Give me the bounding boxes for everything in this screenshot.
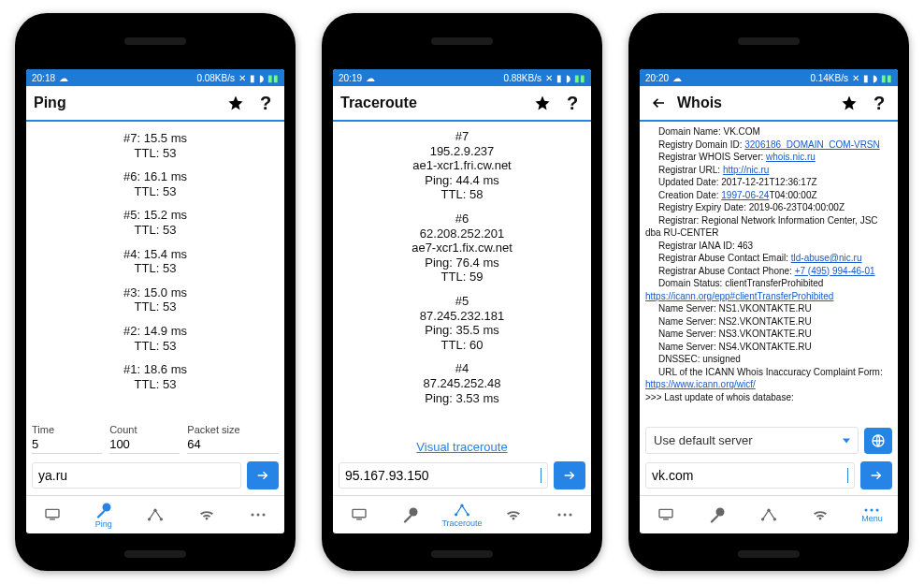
svg-rect-11 [356, 518, 362, 519]
ping-ttl: TTL: 53 [32, 223, 279, 238]
nav-wifi[interactable] [488, 508, 540, 521]
nav-wifi[interactable] [795, 508, 846, 521]
go-button[interactable] [554, 461, 585, 489]
host-input[interactable] [38, 467, 235, 484]
screen: 20:18 ☁ 0.08KB/s ✕ ▮ ◗ ▮▮ Ping ? #7: 15.… [26, 69, 284, 533]
svg-point-23 [715, 508, 724, 517]
packet-input[interactable] [187, 435, 279, 454]
ping-ttl: TTL: 53 [32, 299, 279, 314]
nav-label: Traceroute [441, 518, 482, 528]
ping-icon [709, 506, 726, 523]
nav-traceroute[interactable]: Traceroute [436, 503, 487, 528]
ping-row: #4: 15.4 ms TTL: 53 [32, 247, 279, 276]
help-button[interactable]: ? [561, 92, 584, 114]
hop-ping: Ping: 76.4 ms [339, 256, 585, 270]
svg-point-19 [570, 514, 572, 517]
ping-header: #3: 15.0 ms [32, 285, 279, 300]
nav-wifi[interactable] [181, 508, 233, 521]
whois-link[interactable]: whois.nic.ru [766, 152, 816, 162]
nav-ping[interactable]: Ping [78, 502, 129, 529]
more-icon [863, 507, 880, 513]
whois-link[interactable]: 3206186_DOMAIN_COM-VRSN [744, 139, 880, 150]
status-net-speed: 0.08KB/s [196, 73, 235, 83]
wifi-icon: ◗ [566, 73, 570, 83]
favorite-button[interactable] [838, 92, 860, 114]
ping-header: #6: 16.1 ms [32, 169, 279, 184]
question-icon: ? [873, 93, 885, 114]
server-select-value: Use default server [654, 433, 753, 447]
hop-host: ae7-xcr1.fix.cw.net [339, 241, 585, 256]
nav-menu[interactable]: Menu [846, 507, 898, 523]
arrow-left-icon [650, 95, 667, 111]
hop-ip: 62.208.252.201 [339, 226, 585, 241]
ping-ttl: TTL: 53 [32, 377, 279, 392]
favorite-button[interactable] [531, 92, 554, 114]
host-input[interactable] [652, 467, 846, 484]
star-icon [534, 95, 551, 111]
globe-button[interactable] [864, 428, 892, 454]
nav-ping[interactable] [384, 506, 436, 523]
ping-icon [95, 502, 112, 518]
nav-lan[interactable] [333, 508, 384, 521]
whois-link[interactable]: tld-abuse@nic.ru [791, 253, 862, 263]
svg-point-30 [876, 508, 879, 511]
hop-ttl: TTL: 60 [339, 338, 585, 353]
route-icon [146, 507, 165, 522]
whois-line: Registry Expiry Date: 2019-06-23T04:00:0… [645, 201, 892, 214]
more-icon [250, 512, 267, 518]
battery-icon: ▮▮ [267, 73, 279, 83]
ping-results: #7: 15.5 ms TTL: 53 #6: 16.1 ms TTL: 53 … [26, 122, 284, 422]
hop-number: #7 [339, 129, 585, 144]
title-bar: Traceroute ? [333, 86, 591, 122]
nav-lan[interactable] [640, 508, 691, 521]
go-button[interactable] [860, 461, 892, 489]
whois-link[interactable]: https://www.icann.org/wicf/ [645, 379, 756, 389]
whois-link[interactable]: 1997-06-24 [721, 190, 769, 200]
count-input[interactable] [109, 435, 180, 454]
packet-label: Packet size [187, 424, 279, 435]
cloud-icon: ☁ [366, 73, 375, 83]
nav-ping[interactable] [691, 506, 743, 523]
whois-link[interactable]: +7 (495) 994-46-01 [795, 266, 875, 276]
whois-line: Creation Date: 1997-06-24T04:00:00Z [645, 189, 892, 202]
more-icon [556, 512, 573, 518]
signal-icon: ▮ [556, 73, 562, 83]
back-button[interactable] [647, 92, 670, 114]
time-label: Time [32, 424, 102, 435]
svg-point-9 [263, 514, 266, 517]
time-input[interactable] [32, 435, 102, 454]
signal-icon: ▮ [250, 73, 255, 83]
nav-traceroute[interactable] [129, 507, 180, 522]
help-button[interactable]: ? [868, 92, 890, 114]
route-icon [453, 503, 471, 518]
arrow-right-icon [869, 468, 884, 483]
nav-lan[interactable] [26, 508, 78, 521]
whois-line: >>> Last update of whois database: [645, 391, 892, 404]
ping-ttl: TTL: 53 [32, 261, 279, 276]
whois-line: Registrar Abuse Contact Email: tld-abuse… [645, 252, 892, 265]
whois-link[interactable]: http://nic.ru [723, 165, 769, 175]
host-input[interactable] [345, 467, 540, 484]
svg-line-24 [712, 517, 717, 522]
svg-point-12 [409, 508, 417, 517]
hop-ip: 87.245.252.48 [339, 376, 585, 391]
whois-link[interactable]: https://icann.org/epp#clientTransferProh… [645, 291, 833, 301]
visual-traceroute-link[interactable]: Visual traceroute [416, 440, 507, 454]
title-bar: Whois ? [640, 86, 898, 122]
help-button[interactable]: ? [254, 92, 277, 114]
favorite-button[interactable] [224, 92, 247, 114]
svg-rect-0 [46, 509, 59, 517]
nav-more[interactable] [540, 512, 591, 518]
hop-row: #5 87.245.232.181 Ping: 35.5 ms TTL: 60 [339, 294, 585, 352]
go-button[interactable] [247, 461, 279, 489]
nav-more[interactable] [233, 512, 284, 518]
whois-line: Name Server: NS2.VKONTAKTE.RU [645, 315, 892, 328]
nav-traceroute[interactable] [743, 507, 794, 522]
ping-header: #2: 14.9 ms [32, 324, 279, 339]
route-icon [759, 507, 778, 522]
server-select[interactable]: Use default server [645, 427, 859, 454]
whois-line: Domain Name: VK.COM [645, 125, 892, 139]
cloud-icon: ☁ [672, 73, 682, 83]
whois-line: Registrar IANA ID: 463 [645, 240, 892, 253]
nav-label: Ping [95, 519, 112, 529]
